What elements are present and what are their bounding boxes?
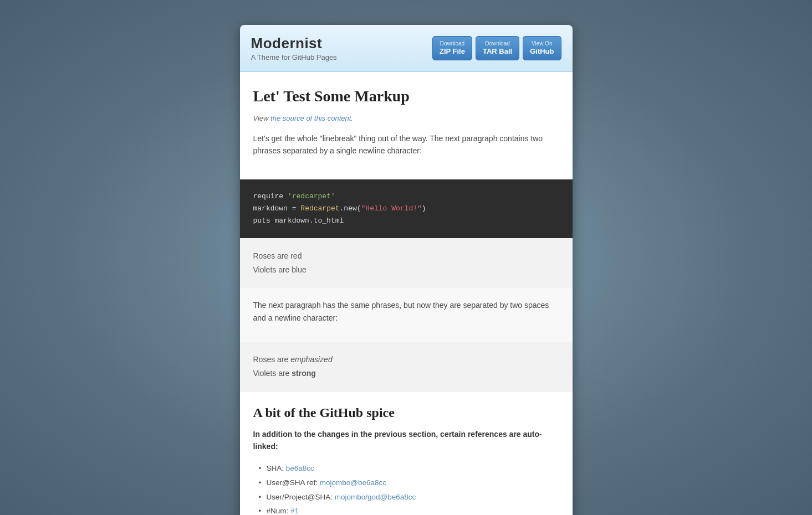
paragraph-section: The next paragraph has the same phrases,… — [240, 288, 573, 342]
roses-line2-prefix: Violets are — [253, 369, 292, 378]
view-github-button[interactable]: View On GitHub — [523, 36, 561, 60]
code-line-3: puts markdown.to_html — [253, 217, 344, 225]
header-buttons: Download ZIP File Download TAR Ball View… — [432, 36, 561, 60]
github-heading: A bit of the GitHub spice — [253, 405, 559, 420]
roses-section: Roses are emphasized Violets are strong — [240, 342, 573, 392]
paragraph-text: The next paragraph has the same phrases,… — [253, 299, 559, 324]
github-intro: In addition to the changes in the previo… — [253, 428, 559, 453]
bullet-user-sha-ref-prefix: User@SHA ref: — [267, 478, 320, 487]
bullet-sha-prefix: SHA: — [267, 464, 286, 472]
code-line-2: markdown = Redcarpet.new("Hello World!") — [253, 204, 426, 213]
source-link[interactable]: the source of this content. — [270, 114, 353, 122]
poem1-line1: Roses are red — [253, 249, 559, 263]
code-block: require 'redcarpet' markdown = Redcarpet… — [240, 179, 573, 238]
bullet-num-prefix: #Num: — [267, 507, 291, 515]
poem1-line2: Violets are blue — [253, 263, 559, 277]
roses-line2-strong: strong — [292, 369, 316, 378]
bullet-user-sha-ref-link[interactable]: mojombo@be6a8cc — [320, 478, 386, 487]
bullet-sha-link[interactable]: be6a8cc — [286, 464, 314, 472]
tar-btn-bottom: TAR Ball — [483, 47, 512, 56]
roses-line1-prefix: Roses are — [253, 355, 291, 364]
bullet-sha: SHA: be6a8cc — [259, 461, 559, 476]
bullets-list: SHA: be6a8cc User@SHA ref: mojombo@be6a8… — [253, 461, 559, 515]
poem1-section: Roses are red Violets are blue — [240, 238, 573, 288]
page-container: Modernist A Theme for GitHub Pages Downl… — [240, 25, 573, 515]
roses-line2: Violets are strong — [253, 367, 559, 380]
bullet-user-project-sha-link[interactable]: mojombo/god@be6a8cc — [335, 493, 416, 501]
bullet-num-link[interactable]: #1 — [290, 507, 299, 515]
github-btn-top: View On — [532, 40, 553, 47]
bullet-user-sha-ref: User@SHA ref: mojombo@be6a8cc — [259, 476, 559, 490]
roses-line1-em: emphasized — [290, 355, 333, 364]
site-subtitle: A Theme for GitHub Pages — [251, 53, 337, 61]
download-zip-button[interactable]: Download ZIP File — [432, 36, 472, 60]
view-source-line: View the source of this content. — [253, 114, 559, 122]
github-btn-bottom: GitHub — [530, 47, 554, 56]
site-title: Modernist — [251, 35, 337, 52]
github-section: A bit of the GitHub spice In addition to… — [240, 392, 573, 515]
code-pre: require 'redcarpet' markdown = Redcarpet… — [253, 190, 559, 227]
code-class: Redcarpet — [300, 204, 339, 213]
header-title-block: Modernist A Theme for GitHub Pages — [251, 35, 337, 61]
tar-btn-top: Download — [485, 40, 509, 47]
code-line-1: require 'redcarpet' — [253, 192, 335, 200]
code-string-1: 'redcarpet' — [288, 192, 335, 200]
download-tar-button[interactable]: Download TAR Ball — [476, 36, 519, 60]
bullet-user-project-sha-prefix: User/Project@SHA: — [267, 493, 335, 501]
page-title: Let' Test Some Markup — [253, 87, 559, 105]
zip-btn-top: Download — [440, 40, 464, 47]
intro-paragraph: Let's get the whole "linebreak" thing ou… — [253, 132, 559, 157]
header: Modernist A Theme for GitHub Pages Downl… — [240, 25, 573, 72]
bullet-user-project-sha: User/Project@SHA: mojombo/god@be6a8cc — [259, 490, 559, 504]
roses-line1: Roses are emphasized — [253, 353, 559, 367]
intro-section: Let' Test Some Markup View the source of… — [240, 72, 573, 179]
view-source-prefix: View — [253, 114, 271, 122]
bullet-num: #Num: #1 — [259, 504, 559, 515]
code-string-2: "Hello World!" — [361, 204, 422, 213]
main-content: Let' Test Some Markup View the source of… — [240, 72, 573, 515]
zip-btn-bottom: ZIP File — [440, 47, 465, 56]
